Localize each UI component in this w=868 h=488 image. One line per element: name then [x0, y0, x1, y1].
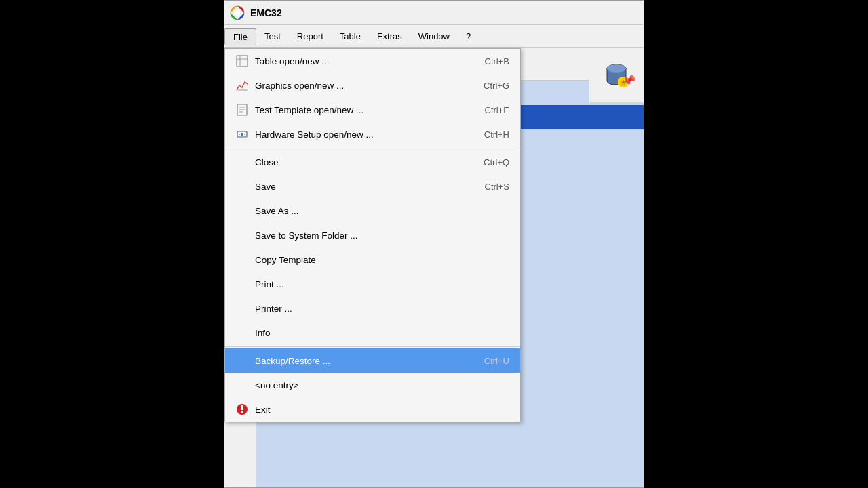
menu-file[interactable]: File: [224, 28, 256, 45]
menu-bar: File Test Report Table Extras Window ?: [224, 25, 644, 48]
menu-item-save-system[interactable]: Save to System Folder ...: [225, 223, 520, 247]
menu-window[interactable]: Window: [410, 28, 458, 44]
menu-item-close[interactable]: Close Ctrl+Q: [225, 150, 520, 174]
menu-help[interactable]: ?: [458, 28, 479, 44]
menu-item-no-entry[interactable]: <no entry>: [225, 373, 520, 397]
menu-item-print[interactable]: Print ...: [225, 272, 520, 296]
menu-table[interactable]: Table: [332, 28, 369, 44]
svg-point-1: [235, 10, 240, 16]
svg-rect-41: [241, 411, 243, 413]
separator-1: [225, 148, 520, 148]
menu-extras[interactable]: Extras: [369, 28, 410, 44]
menu-item-info[interactable]: Info: [225, 321, 520, 345]
menu-report[interactable]: Report: [289, 28, 332, 44]
file-dropdown-menu: Table open/new ... Ctrl+B Graphics open/…: [224, 48, 521, 422]
menu-item-copy-template[interactable]: Copy Template: [225, 247, 520, 272]
menu-item-graphics-open[interactable]: Graphics open/new ... Ctrl+G: [225, 73, 520, 98]
menu-item-template-open[interactable]: Test Template open/new ... Ctrl+E: [225, 98, 520, 122]
menu-item-backup-restore[interactable]: Backup/Restore ... Ctrl+U: [225, 348, 520, 373]
separator-2: [225, 346, 520, 347]
menu-item-table-open[interactable]: Table open/new ... Ctrl+B: [225, 49, 520, 73]
menu-item-hardware-open[interactable]: Hardware Setup open/new ... Ctrl+H: [225, 122, 520, 146]
title-bar: EMC32: [224, 1, 644, 25]
svg-rect-40: [241, 405, 243, 410]
svg-point-36: [241, 133, 243, 136]
menu-test[interactable]: Test: [256, 28, 289, 44]
menu-item-save[interactable]: Save Ctrl+S: [225, 174, 520, 199]
app-title: EMC32: [250, 7, 282, 18]
menu-item-exit[interactable]: Exit: [225, 397, 520, 422]
menu-item-save-as[interactable]: Save As ...: [225, 199, 520, 223]
app-logo: [230, 5, 245, 20]
app-window: EMC32 File Test Report Table Extras Wind…: [224, 0, 644, 488]
menu-item-printer[interactable]: Printer ...: [225, 296, 520, 321]
svg-rect-27: [237, 56, 248, 66]
svg-point-24: [607, 64, 626, 73]
